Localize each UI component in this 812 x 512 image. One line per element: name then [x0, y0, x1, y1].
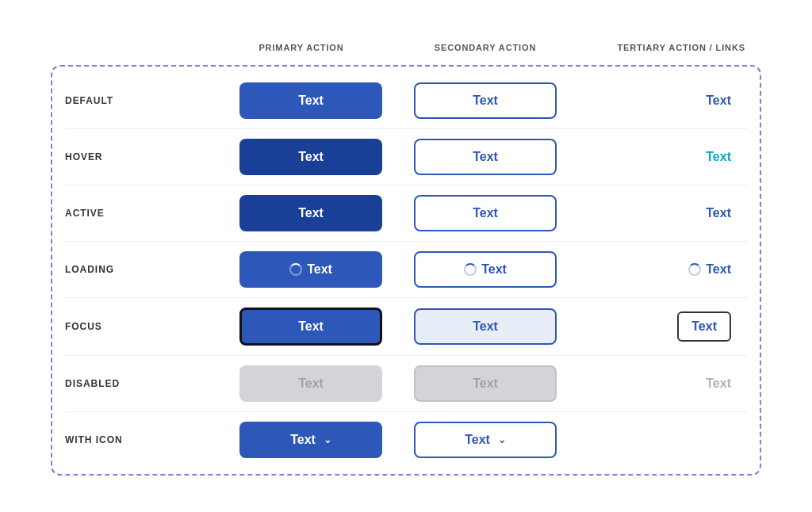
btn-secondary-hover-text: Text	[473, 150, 498, 164]
btn-secondary-disabled-text: Text	[473, 376, 498, 391]
chevron-down-icon-secondary: ⌄	[498, 434, 506, 445]
spinner-secondary	[464, 263, 477, 276]
cell-secondary-loading: Text	[398, 251, 573, 288]
btn-primary-default[interactable]: Text	[239, 82, 382, 119]
row-default: DEFAULT Text Text Text	[65, 73, 747, 128]
btn-primary-hover-text: Text	[298, 150, 324, 164]
header-row: PRIMARY ACTION SECONDARY ACTION TERTIARY…	[51, 36, 761, 59]
cell-secondary-icon: Text ⌄	[398, 422, 573, 458]
cell-primary-default: Text	[224, 82, 398, 119]
btn-secondary-disabled: Text	[414, 365, 557, 402]
btn-tertiary-default-text: Text	[706, 94, 731, 107]
btn-primary-disabled: Text	[239, 365, 382, 402]
btn-primary-icon-text: Text	[290, 433, 316, 447]
btn-primary-icon[interactable]: Text ⌄	[239, 422, 382, 458]
cell-secondary-disabled: Text	[398, 365, 573, 402]
btn-tertiary-focus-text: Text	[691, 319, 717, 333]
btn-secondary-active[interactable]: Text	[414, 195, 557, 231]
cell-secondary-hover: Text	[398, 139, 573, 175]
col-header-secondary: SECONDARY ACTION	[393, 36, 577, 59]
btn-primary-focus-text: Text	[298, 319, 324, 333]
cell-tertiary-default: Text	[573, 94, 747, 108]
cell-primary-active: Text	[224, 195, 398, 231]
button-grid: DEFAULT Text Text Text HOVER	[51, 65, 761, 476]
cell-tertiary-focus: Text	[573, 311, 747, 342]
btn-secondary-icon-text: Text	[465, 433, 490, 447]
btn-secondary-loading[interactable]: Text	[414, 251, 557, 288]
btn-secondary-default-text: Text	[473, 94, 498, 108]
cell-primary-icon: Text ⌄	[224, 422, 398, 458]
row-hover: HOVER Text Text Text	[65, 129, 747, 185]
row-loading: LOADING Text Text Text	[65, 242, 747, 297]
main-container: PRIMARY ACTION SECONDARY ACTION TERTIARY…	[25, 17, 787, 495]
btn-secondary-default[interactable]: Text	[414, 82, 557, 119]
cell-tertiary-active: Text	[573, 206, 747, 220]
chevron-down-icon-primary: ⌄	[324, 434, 331, 445]
btn-tertiary-loading[interactable]: Text	[688, 262, 731, 277]
btn-secondary-hover[interactable]: Text	[414, 139, 557, 175]
btn-secondary-active-text: Text	[473, 206, 498, 220]
cell-primary-focus: Text	[224, 308, 398, 346]
spinner-tertiary	[688, 263, 701, 276]
btn-primary-default-text: Text	[298, 94, 324, 108]
label-disabled: DISABLED	[65, 378, 224, 389]
cell-tertiary-hover: Text	[573, 150, 747, 164]
cell-secondary-active: Text	[398, 195, 573, 231]
cell-primary-disabled: Text	[224, 365, 398, 402]
btn-secondary-icon[interactable]: Text ⌄	[414, 422, 557, 458]
btn-tertiary-hover-text: Text	[706, 150, 731, 163]
btn-tertiary-hover[interactable]: Text	[706, 150, 731, 164]
btn-primary-loading[interactable]: Text	[239, 251, 382, 288]
label-active: ACTIVE	[65, 208, 224, 219]
btn-primary-focus[interactable]: Text	[239, 308, 382, 346]
cell-tertiary-disabled: Text	[573, 376, 747, 391]
label-with-icon: WITH ICON	[65, 434, 224, 445]
btn-secondary-focus-text: Text	[473, 319, 498, 334]
cell-primary-hover: Text	[224, 139, 398, 175]
btn-primary-active[interactable]: Text	[239, 195, 382, 231]
cell-primary-loading: Text	[224, 251, 398, 288]
btn-tertiary-loading-text: Text	[706, 262, 731, 277]
cell-secondary-default: Text	[398, 82, 573, 119]
row-disabled: DISABLED Text Text Text	[65, 356, 747, 411]
spinner-primary	[289, 263, 302, 276]
btn-tertiary-disabled-text: Text	[706, 376, 731, 390]
row-active: ACTIVE Text Text Text	[65, 185, 747, 241]
btn-tertiary-active-text: Text	[706, 206, 731, 220]
btn-primary-active-text: Text	[298, 206, 324, 220]
btn-tertiary-disabled: Text	[706, 376, 731, 391]
btn-secondary-focus[interactable]: Text	[414, 308, 557, 345]
label-focus: FOCUS	[65, 321, 224, 332]
btn-primary-hover[interactable]: Text	[239, 139, 382, 175]
cell-tertiary-loading: Text	[573, 262, 747, 277]
btn-tertiary-default[interactable]: Text	[706, 94, 731, 108]
row-with-icon: WITH ICON Text ⌄ Text ⌄	[65, 412, 747, 468]
btn-primary-loading-text: Text	[307, 262, 332, 277]
btn-tertiary-focus[interactable]: Text	[677, 311, 731, 342]
cell-secondary-focus: Text	[398, 308, 573, 345]
row-focus: FOCUS Text Text Text	[65, 298, 747, 355]
btn-primary-disabled-text: Text	[298, 376, 324, 390]
col-header-tertiary: TERTIARY ACTION / LINKS	[577, 36, 761, 59]
btn-tertiary-active[interactable]: Text	[706, 206, 731, 220]
col-header-state	[51, 36, 209, 59]
label-hover: HOVER	[65, 151, 224, 162]
label-loading: LOADING	[65, 264, 224, 275]
btn-secondary-loading-text: Text	[481, 262, 507, 277]
label-default: DEFAULT	[65, 95, 224, 106]
col-header-primary: PRIMARY ACTION	[209, 36, 393, 59]
